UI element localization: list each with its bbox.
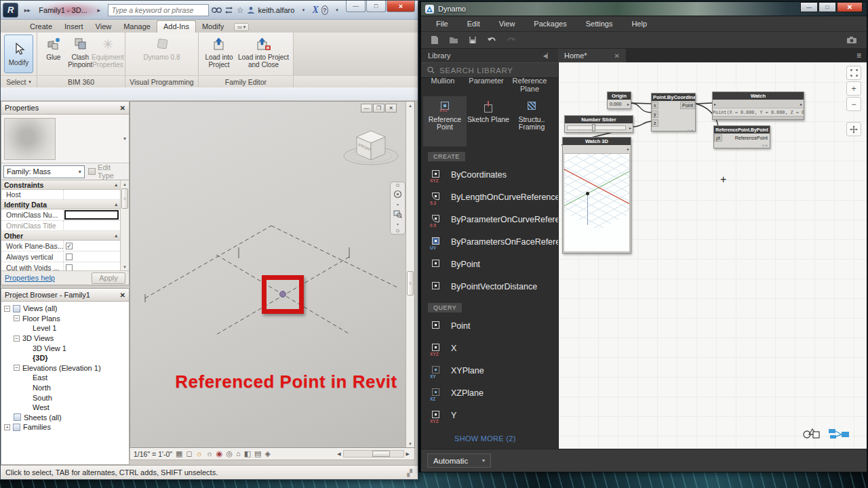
menu-view[interactable]: View — [490, 20, 525, 28]
search-input[interactable] — [108, 4, 209, 16]
save-icon[interactable] — [469, 36, 477, 44]
load-into-project-close-button[interactable]: Load into Project and Close — [237, 34, 290, 74]
tree-item-3d-views[interactable]: −3D Views — [1, 333, 129, 344]
property-row-omniclass-number[interactable]: OmniClass Nu... — [1, 209, 120, 221]
library-item-y[interactable]: XYZ Y — [421, 404, 558, 426]
input-port[interactable]: ▸ — [713, 102, 717, 106]
pan-button[interactable] — [846, 122, 861, 136]
maximize-button[interactable]: □ — [818, 2, 836, 12]
watch3d-preview[interactable] — [564, 153, 630, 252]
show-more-link[interactable]: SHOW MORE (2) — [454, 434, 558, 443]
create-section-badge[interactable]: CREATE — [428, 152, 465, 161]
node-origin[interactable]: Origin 0.000▸ — [607, 92, 631, 109]
scroll-up-icon[interactable]: ▲ — [121, 180, 129, 188]
node-watch[interactable]: Watch ▸▸ Point(X = 0.000, Y = 0.000, Z =… — [712, 92, 804, 120]
omniclass-number-input[interactable] — [64, 210, 119, 220]
node-canvas[interactable]: Origin 0.000▸ Point.ByCoordinates xPoint… — [558, 62, 867, 449]
favorites-star-icon[interactable]: ☆ — [236, 4, 244, 16]
properties-scrollbar[interactable]: ▲ ≡ ▼ — [120, 180, 129, 270]
clash-pinpoint-button[interactable]: Clash Pinpoint — [67, 34, 94, 74]
user-name[interactable]: keith.alfaro — [258, 6, 295, 14]
tab-add-ins[interactable]: Add-Ins — [157, 20, 196, 33]
tab-menu-icon[interactable]: ≡ — [856, 51, 861, 60]
scroll-down-icon[interactable]: ▼ — [406, 440, 414, 447]
work-plane-checkbox[interactable]: ✓ — [66, 243, 73, 249]
tree-item-south[interactable]: South — [1, 392, 129, 403]
library-item-bylengthoncurve[interactable]: 5.3 ByLengthOnCurveReference — [421, 186, 558, 208]
library-item-xyplane[interactable]: XY XYPlane — [421, 359, 558, 382]
tree-item-north[interactable]: North — [1, 383, 129, 393]
tab-insert[interactable]: Insert — [58, 21, 90, 33]
library-item-bypoint[interactable]: ByPoint — [421, 253, 558, 275]
category-parameter[interactable]: Parameter — [465, 78, 508, 96]
output-port[interactable]: ▸ — [628, 125, 633, 130]
property-row-omniclass-title[interactable]: OmniClass Title — [1, 221, 120, 231]
slider-track[interactable] — [567, 125, 626, 130]
menu-help[interactable]: Help — [622, 20, 656, 28]
undo-icon[interactable] — [487, 36, 496, 44]
property-row-always-vertical[interactable]: Always vertical — [1, 251, 120, 262]
close-button[interactable]: ✕ — [837, 2, 863, 12]
property-row-cut-with-voids[interactable]: Cut with Voids ... — [1, 262, 120, 270]
tree-item-sheets[interactable]: Sheets (all) — [1, 413, 129, 423]
cut-with-voids-checkbox[interactable] — [66, 264, 73, 271]
scroll-up-icon[interactable]: ▲ — [406, 102, 414, 109]
redo-icon[interactable] — [507, 36, 516, 44]
output-port-point[interactable]: Point — [680, 102, 695, 109]
scroll-left-icon[interactable]: ◀ — [336, 451, 342, 457]
library-item-byparametersonface[interactable]: UV ByParametersOnFaceRefere — [421, 230, 558, 253]
category-mullion[interactable]: Mullion — [421, 78, 465, 96]
library-search[interactable]: SEARCH LIBRARY — [421, 62, 558, 78]
menu-settings[interactable]: Settings — [576, 20, 623, 28]
menu-packages[interactable]: Packages — [524, 20, 576, 28]
select-dropdown[interactable]: Select▾ — [1, 76, 37, 87]
zoom-out-button[interactable]: − — [846, 97, 861, 111]
section-identity-data[interactable]: Identity Data ▴ — [1, 200, 120, 209]
ribbon-state-toggle-icon[interactable]: ▭ ▾ — [234, 23, 249, 31]
tree-item-views[interactable]: −Views (all) — [1, 304, 129, 314]
input-port-y[interactable]: y — [652, 110, 658, 118]
project-browser-header[interactable]: Project Browser - Family1 ✕ — [1, 289, 129, 302]
library-item-xzplane[interactable]: XZ XZPlane — [421, 382, 558, 404]
new-file-icon[interactable] — [431, 35, 439, 45]
input-port-pt[interactable]: pt — [714, 134, 722, 142]
horizontal-scrollbar[interactable]: ◀ ▶ — [336, 450, 411, 458]
expand-toggle[interactable]: − — [14, 365, 20, 371]
type-selector[interactable]: Family: Mass ▾ — [3, 165, 85, 178]
properties-help-link[interactable]: Properties help — [5, 274, 55, 282]
user-dropdown-icon[interactable]: ▾ — [297, 4, 309, 16]
minimize-button[interactable]: — — [800, 2, 818, 12]
tile-structural-framing[interactable]: Structu.. Framing — [510, 96, 553, 146]
scroll-down-icon[interactable]: ▼ — [121, 263, 129, 270]
crop-view-icon[interactable]: ◉ — [216, 450, 223, 458]
output-port[interactable]: ▸ — [626, 146, 631, 151]
tree-item-level-1[interactable]: Level 1 — [1, 323, 129, 333]
minimize-button[interactable]: — — [346, 1, 366, 12]
binoculars-icon[interactable] — [212, 4, 222, 16]
load-into-project-button[interactable]: Load into Project — [201, 34, 237, 74]
tree-item-west[interactable]: West — [1, 403, 129, 413]
library-item-x[interactable]: XYZ X — [421, 337, 558, 359]
output-port-referencepoint[interactable]: ReferencePoint — [735, 136, 770, 140]
always-vertical-checkbox[interactable] — [66, 253, 73, 260]
drawing-canvas[interactable]: — ❐ ✕ FRONT ▾ ▾ — [130, 101, 415, 448]
section-other[interactable]: Other ▴ — [1, 231, 120, 241]
section-constraints[interactable]: Constraints ▴ — [1, 180, 120, 190]
qat-expand-icon[interactable]: ▸▸ — [21, 4, 33, 16]
input-port-z[interactable]: z — [652, 119, 658, 127]
tree-item-floor-plans[interactable]: −Floor Plans — [1, 314, 129, 324]
collapse-panel-icon[interactable]: ◀▏ — [543, 53, 551, 59]
detail-level-icon[interactable]: ▦ — [176, 450, 182, 458]
open-file-icon[interactable] — [449, 36, 458, 44]
constraints-icon[interactable]: ◈ — [264, 450, 270, 458]
tile-reference-point[interactable]: XYZ Reference Point — [423, 96, 467, 146]
slider-handle[interactable] — [592, 124, 595, 131]
edit-type-button[interactable]: Edit Type — [88, 163, 127, 180]
library-item-bycoordinates[interactable]: XYZ ByCoordinates — [421, 163, 558, 186]
reveal-hidden-icon[interactable]: ◧ — [244, 450, 251, 458]
run-mode-select[interactable]: Automatic ▾ — [427, 453, 491, 468]
output-port[interactable]: ▸ — [626, 102, 631, 106]
crop-region-icon[interactable]: ◎ — [226, 450, 233, 458]
expand-toggle[interactable]: − — [14, 336, 20, 342]
scroll-thumb[interactable] — [372, 451, 390, 457]
